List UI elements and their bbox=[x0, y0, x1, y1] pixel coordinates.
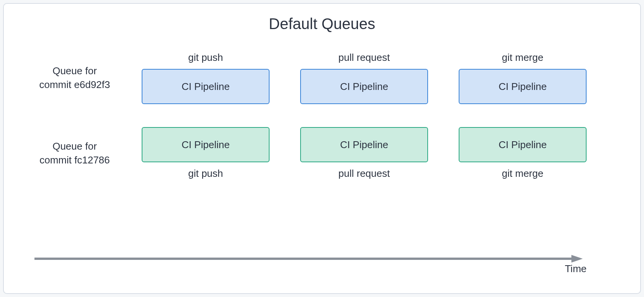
diagram-title: Default Queues bbox=[19, 15, 625, 33]
pipeline-box: CI Pipeline bbox=[459, 69, 587, 104]
queue-label-line2: commit e6d92f3 bbox=[39, 79, 110, 90]
queue-row: Queue for commit e6d92f3 git push CI Pip… bbox=[31, 52, 587, 104]
queue-label: Queue for commit e6d92f3 bbox=[31, 64, 119, 91]
stage-event-label: git push bbox=[188, 168, 223, 180]
pipeline-box: CI Pipeline bbox=[142, 69, 270, 104]
diagram-frame: Default Queues Queue for commit e6d92f3 … bbox=[3, 3, 641, 294]
queues-container: Queue for commit e6d92f3 git push CI Pip… bbox=[19, 52, 625, 180]
queue-label-line1: Queue for bbox=[52, 65, 97, 77]
stage: git push CI Pipeline bbox=[142, 52, 270, 104]
stage: pull request CI Pipeline bbox=[300, 52, 428, 104]
stage-event-label: pull request bbox=[338, 52, 390, 64]
queue-row: Queue for commit fc12786 CI Pipeline git… bbox=[31, 127, 587, 180]
stage-event-label: pull request bbox=[338, 168, 390, 180]
pipeline-box: CI Pipeline bbox=[459, 127, 587, 162]
time-axis bbox=[34, 255, 583, 259]
stage: CI Pipeline git push bbox=[142, 127, 270, 180]
stages-row: CI Pipeline git push CI Pipeline pull re… bbox=[142, 127, 587, 180]
stages-row: git push CI Pipeline pull request CI Pip… bbox=[142, 52, 587, 104]
stage: git merge CI Pipeline bbox=[459, 52, 587, 104]
svg-marker-1 bbox=[571, 255, 583, 263]
stage-event-label: git push bbox=[188, 52, 223, 64]
time-axis-label: Time bbox=[565, 263, 587, 275]
queue-label-line2: commit fc12786 bbox=[39, 154, 110, 166]
pipeline-box: CI Pipeline bbox=[300, 69, 428, 104]
queue-label: Queue for commit fc12786 bbox=[31, 140, 119, 166]
pipeline-box: CI Pipeline bbox=[142, 127, 270, 162]
stage: CI Pipeline git merge bbox=[459, 127, 587, 180]
pipeline-box: CI Pipeline bbox=[300, 127, 428, 162]
arrow-icon bbox=[34, 255, 583, 263]
stage-event-label: git merge bbox=[502, 52, 543, 64]
stage-event-label: git merge bbox=[502, 168, 543, 180]
stage: CI Pipeline pull request bbox=[300, 127, 428, 180]
queue-label-line1: Queue for bbox=[52, 140, 97, 152]
